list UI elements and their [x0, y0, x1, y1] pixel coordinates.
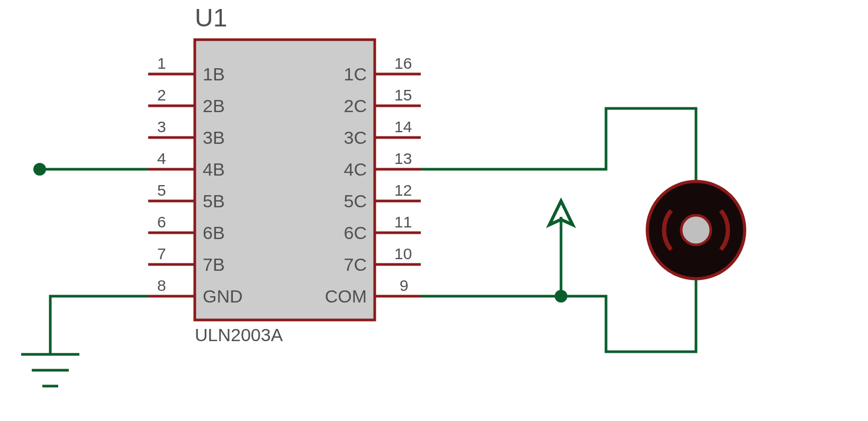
- svg-text:5C: 5C: [344, 191, 367, 211]
- svg-text:GND: GND: [203, 286, 243, 306]
- input-wire-pin4: [33, 163, 148, 176]
- svg-text:3: 3: [157, 118, 166, 135]
- svg-text:1B: 1B: [203, 64, 225, 84]
- svg-text:10: 10: [394, 245, 412, 262]
- svg-text:7B: 7B: [203, 254, 225, 274]
- buzzer-symbol-icon: [647, 180, 745, 279]
- svg-text:4C: 4C: [344, 159, 367, 179]
- schematic-diagram: U1 1 1B 2 2B 3 3B 4 4B 5 5B 6 6B 7 7B 8 …: [0, 0, 868, 421]
- com-wire: [421, 278, 696, 352]
- svg-text:7C: 7C: [344, 254, 367, 274]
- svg-text:COM: COM: [325, 286, 367, 306]
- svg-text:2: 2: [157, 86, 166, 104]
- svg-text:2B: 2B: [203, 96, 225, 116]
- svg-text:3B: 3B: [203, 127, 225, 148]
- svg-text:14: 14: [394, 118, 412, 135]
- svg-text:4: 4: [157, 150, 166, 167]
- svg-text:15: 15: [394, 86, 412, 104]
- svg-text:7: 7: [157, 245, 166, 262]
- svg-text:1C: 1C: [344, 64, 367, 84]
- svg-marker-55: [549, 201, 573, 225]
- ground-symbol-icon: [21, 354, 79, 386]
- svg-text:6C: 6C: [344, 223, 367, 243]
- svg-text:13: 13: [394, 150, 412, 167]
- svg-text:11: 11: [394, 213, 412, 231]
- svg-text:9: 9: [400, 277, 409, 294]
- chip-part-name: ULN2003A: [195, 325, 283, 345]
- svg-text:4B: 4B: [203, 159, 225, 179]
- svg-text:5B: 5B: [203, 191, 225, 211]
- svg-text:16: 16: [394, 54, 412, 72]
- svg-point-59: [681, 215, 711, 245]
- svg-point-49: [33, 163, 46, 176]
- chip-reference: U1: [195, 4, 227, 32]
- svg-text:3C: 3C: [344, 127, 367, 148]
- svg-text:8: 8: [157, 277, 166, 294]
- svg-text:1: 1: [157, 54, 166, 72]
- svg-text:6B: 6B: [203, 223, 225, 243]
- svg-text:5: 5: [157, 181, 166, 199]
- svg-text:6: 6: [157, 213, 166, 231]
- gnd-wire: [50, 296, 148, 354]
- output-wire-pin13: [421, 108, 696, 180]
- svg-text:2C: 2C: [344, 96, 367, 116]
- vcc-arrow-icon: [549, 201, 573, 296]
- svg-text:12: 12: [394, 181, 412, 199]
